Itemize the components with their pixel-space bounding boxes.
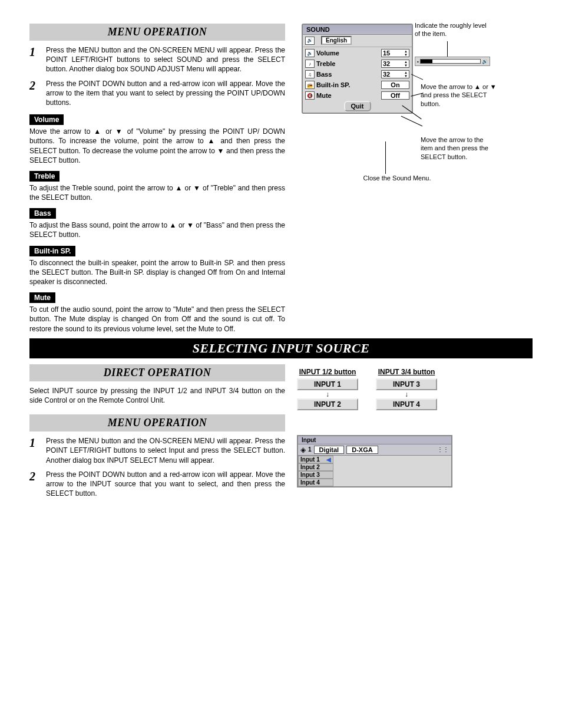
row-bass[interactable]: ♫ Bass 32▲▼	[303, 69, 412, 80]
sound-icon: 🔊	[305, 37, 315, 45]
value-text: 32	[383, 71, 390, 78]
down-arrow-icon: ↓	[376, 390, 437, 398]
dialog-title: SOUND	[303, 25, 412, 35]
input-header: INPUT 3/4 button	[376, 368, 437, 376]
input-item[interactable]: Input 4	[298, 479, 333, 486]
sound-dialog: SOUND 🔊 English 🔉 Volume 15▲▼ ♪ Treble 3…	[302, 24, 413, 114]
down-arrow-icon: ↓	[297, 390, 358, 398]
step-text: Press the MENU button and the ON-SCREEN …	[46, 436, 285, 465]
volume-icon: 🔉	[305, 49, 315, 57]
label-volume: Volume	[29, 114, 64, 125]
para-builtin-sp: To disconnect the built-in speaker, poin…	[29, 258, 285, 287]
input-header: INPUT 1/2 button	[297, 368, 358, 376]
row-value[interactable]: 32▲▼	[381, 70, 409, 78]
para-volume: Move the arrow to ▲ or ▼ of "Volume" by …	[29, 127, 285, 165]
para-bass: To adjust the Bass sound, point the arro…	[29, 220, 285, 239]
row-label: Treble	[316, 60, 379, 67]
row-label: Bass	[316, 71, 379, 78]
input-num: 1	[308, 446, 312, 453]
label-bass: Bass	[29, 208, 56, 219]
level-slider: • 🔊	[415, 57, 490, 66]
heading-menu-operation-2: MENU OPERATION	[29, 414, 285, 431]
signal-box-dxga[interactable]: D-XGA	[346, 446, 378, 454]
input-item[interactable]: Input 3	[298, 471, 333, 479]
step-text: Press the MENU button and the ON-SCREEN …	[46, 45, 285, 74]
slider-track	[420, 59, 481, 64]
steps-list-1: 1Press the MENU button and the ON-SCREEN…	[29, 45, 285, 107]
annotation-item: Move the arrow to the item and then pres…	[421, 136, 497, 161]
para-direct: Select INPUT source by pressing the INPU…	[29, 386, 285, 405]
treble-icon: ♪	[305, 60, 315, 68]
bass-icon: ♫	[305, 70, 315, 78]
row-value[interactable]: 32▲▼	[381, 60, 409, 68]
row-mute[interactable]: 🔇 Mute Off	[303, 90, 412, 101]
quit-button[interactable]: Quit	[344, 101, 371, 111]
sound-dialog-panel: Indicate the roughly level of the item. …	[297, 24, 533, 189]
heading-selecting-input: SELECTING INPUT SOURCE	[29, 338, 533, 358]
row-value[interactable]: Off	[381, 91, 409, 100]
para-treble: To adjust the Treble sound, point the ar…	[29, 183, 285, 202]
slider-dot-icon: •	[417, 59, 419, 64]
input-col-12: INPUT 1/2 button INPUT 1 ↓ INPUT 2	[297, 368, 358, 411]
input-source-icon: ◈	[300, 446, 306, 454]
heading-menu-operation: MENU OPERATION	[29, 24, 285, 41]
annotation-level: Indicate the roughly level of the item.	[415, 21, 491, 38]
value-text: 15	[383, 50, 390, 57]
step-number: 2	[29, 79, 46, 108]
step-text: Press the POINT DOWN button and a red-ar…	[46, 470, 285, 499]
row-treble[interactable]: ♪ Treble 32▲▼	[303, 58, 412, 69]
pointer-icon: ◀	[326, 456, 331, 463]
row-volume[interactable]: 🔉 Volume 15▲▼	[303, 48, 412, 58]
input3-button[interactable]: INPUT 3	[376, 378, 437, 390]
label-treble: Treble	[29, 171, 59, 182]
step-text: Press the POINT DOWN button and a red-ar…	[46, 79, 285, 108]
input-list: Input 1◀ Input 2 Input 3 Input 4	[298, 456, 333, 486]
heading-direct-operation: DIRECT OPERATION	[29, 364, 285, 381]
row-label: Built-in SP.	[316, 81, 379, 88]
row-label: Mute	[316, 92, 379, 99]
spinner-icon[interactable]: ▲▼	[404, 50, 408, 57]
leader-line	[385, 141, 386, 174]
leader-line	[447, 41, 448, 57]
steps-list-2: 1Press the MENU button and the ON-SCREEN…	[29, 436, 285, 498]
annotation-close: Close the Sound Menu.	[344, 174, 450, 182]
annotation-arrow-updown: Move the arrow to ▲ or ▼ and press the S…	[421, 83, 497, 108]
input-menu-title: Input	[298, 436, 451, 444]
value-text: 32	[383, 60, 390, 67]
label-builtin-sp: Built-in SP.	[29, 246, 75, 256]
spinner-icon[interactable]: ▲▼	[404, 60, 408, 67]
mute-icon: 🔇	[305, 91, 315, 100]
label-mute: Mute	[29, 292, 55, 303]
slider-fill	[421, 60, 432, 63]
input1-button[interactable]: INPUT 1	[297, 378, 358, 390]
slider-max-icon: 🔊	[482, 59, 488, 64]
spinner-icon[interactable]: ▲▼	[404, 71, 408, 78]
row-label: Volume	[316, 50, 379, 57]
step-number: 2	[29, 470, 46, 499]
input-item[interactable]: Input 2	[298, 463, 333, 471]
language-box[interactable]: English	[321, 36, 352, 45]
signal-box-digital[interactable]: Digital	[314, 446, 345, 454]
input-item[interactable]: Input 1◀	[298, 456, 333, 463]
input-select-menu: Input ◈ 1 Digital D-XGA ⋮⋮ Input 1◀ Inpu…	[297, 435, 452, 487]
input-col-34: INPUT 3/4 button INPUT 3 ↓ INPUT 4	[376, 368, 437, 411]
input4-button[interactable]: INPUT 4	[376, 398, 437, 410]
input-item-label: Input 1	[300, 456, 320, 463]
row-value[interactable]: 15▲▼	[381, 49, 409, 57]
row-value[interactable]: On	[381, 81, 409, 89]
speaker-icon: 📻	[305, 81, 315, 89]
step-number: 1	[29, 436, 46, 465]
menu-grip-icon: ⋮⋮	[437, 446, 449, 453]
step-number: 1	[29, 45, 46, 74]
input2-button[interactable]: INPUT 2	[297, 398, 358, 410]
row-builtin-sp[interactable]: 📻 Built-in SP. On	[303, 80, 412, 90]
para-mute: To cut off the audio sound, point the ar…	[29, 305, 285, 334]
